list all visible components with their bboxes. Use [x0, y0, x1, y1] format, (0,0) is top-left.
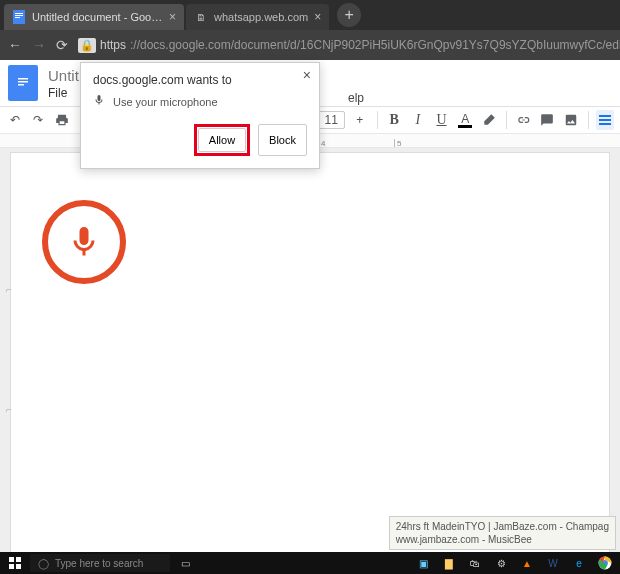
svg-rect-11 — [16, 564, 21, 569]
task-view-button[interactable]: ▭ — [174, 554, 196, 572]
font-size-increase[interactable]: + — [351, 110, 369, 130]
address-bar: ← → ⟳ 🔒 https://docs.google.com/document… — [0, 30, 620, 60]
tab-title: Untitled document - Google Do — [32, 11, 163, 23]
start-button[interactable] — [4, 554, 26, 572]
docs-favicon — [12, 10, 26, 24]
windows-taskbar: ◯ Type here to search ▭ ▣ ▇ 🛍 ⚙ ▲ W e — [0, 552, 620, 574]
permission-dialog: × docs.google.com wants to Use your micr… — [80, 62, 320, 169]
browser-tab-docs[interactable]: Untitled document - Google Do × — [4, 4, 184, 30]
microphone-icon — [93, 93, 105, 110]
lock-icon: 🔒 — [78, 38, 96, 53]
taskbar-app-mail[interactable]: ▣ — [412, 554, 434, 572]
taskbar-app-store[interactable]: 🛍 — [464, 554, 486, 572]
cortana-icon: ◯ — [38, 558, 49, 569]
svg-rect-6 — [18, 81, 28, 83]
highlight-button[interactable] — [480, 110, 498, 130]
svg-rect-5 — [18, 78, 28, 80]
font-size-field[interactable]: 11 — [318, 111, 345, 129]
url-field[interactable]: 🔒 https://docs.google.com/document/d/16C… — [78, 38, 620, 53]
browser-tab-whatsapp[interactable]: 🗎 whatsapp.web.com × — [186, 4, 329, 30]
svg-rect-10 — [9, 564, 14, 569]
insert-link-button[interactable] — [515, 110, 533, 130]
taskbar-search[interactable]: ◯ Type here to search — [30, 554, 170, 572]
forward-button[interactable]: → — [32, 37, 46, 53]
url-rest: ://docs.google.com/document/d/16CNjP902P… — [130, 38, 620, 52]
tooltip-line2: www.jambaze.com - MusicBee — [396, 533, 609, 546]
close-icon[interactable]: × — [303, 67, 311, 83]
svg-rect-8 — [9, 557, 14, 562]
taskbar-app-explorer[interactable]: ▇ — [438, 554, 460, 572]
italic-button[interactable]: I — [409, 110, 427, 130]
svg-rect-1 — [15, 13, 23, 14]
microphone-icon — [66, 220, 102, 264]
voice-typing-button[interactable] — [42, 200, 126, 284]
tab-close-icon[interactable]: × — [314, 10, 321, 24]
margin-marker: ⌐ — [6, 404, 12, 415]
search-placeholder: Type here to search — [55, 558, 143, 569]
page-favicon: 🗎 — [194, 10, 208, 24]
bold-button[interactable]: B — [385, 110, 403, 130]
tab-close-icon[interactable]: × — [169, 10, 176, 24]
underline-button[interactable]: U — [433, 110, 451, 130]
tooltip-line1: 24hrs ft MadeinTYO | JamBaze.com - Champ… — [396, 520, 609, 533]
allow-button[interactable]: Allow — [198, 128, 246, 152]
align-button[interactable] — [596, 110, 614, 130]
back-button[interactable]: ← — [8, 37, 22, 53]
svg-rect-4 — [15, 73, 31, 93]
ruler-tick: 4 — [318, 139, 394, 147]
permission-title: docs.google.com wants to — [93, 73, 307, 87]
allow-highlight: Allow — [194, 124, 250, 156]
block-button[interactable]: Block — [258, 124, 307, 156]
permission-item: Use your microphone — [113, 96, 218, 108]
taskbar-app-word[interactable]: W — [542, 554, 564, 572]
url-protocol: https — [100, 38, 126, 52]
menu-file[interactable]: File — [48, 86, 67, 100]
browser-tab-strip: Untitled document - Google Do × 🗎 whatsa… — [0, 0, 620, 30]
taskbar-app-vlc[interactable]: ▲ — [516, 554, 538, 572]
menu-help-fragment[interactable]: elp — [348, 91, 364, 105]
docs-logo-icon[interactable] — [8, 65, 38, 101]
svg-rect-2 — [15, 15, 23, 16]
ruler-tick: 5 — [394, 139, 470, 147]
tab-title: whatsapp.web.com — [214, 11, 308, 23]
insert-comment-button[interactable] — [538, 110, 556, 130]
print-button[interactable] — [53, 110, 71, 130]
svg-rect-9 — [16, 557, 21, 562]
text-color-button[interactable]: A — [456, 110, 474, 130]
insert-image-button[interactable] — [562, 110, 580, 130]
margin-marker: ⌐ — [6, 284, 12, 295]
doc-title[interactable]: Untit — [48, 67, 79, 84]
taskbar-app-chrome[interactable] — [594, 554, 616, 572]
svg-rect-3 — [15, 17, 20, 18]
now-playing-tooltip: 24hrs ft MadeinTYO | JamBaze.com - Champ… — [389, 516, 616, 550]
menu-bar: File — [48, 86, 79, 100]
reload-button[interactable]: ⟳ — [56, 37, 68, 53]
new-tab-button[interactable]: + — [337, 3, 361, 27]
taskbar-app-settings[interactable]: ⚙ — [490, 554, 512, 572]
svg-rect-7 — [18, 84, 24, 86]
redo-button[interactable]: ↷ — [30, 110, 48, 130]
taskbar-app-edge[interactable]: e — [568, 554, 590, 572]
undo-button[interactable]: ↶ — [6, 110, 24, 130]
